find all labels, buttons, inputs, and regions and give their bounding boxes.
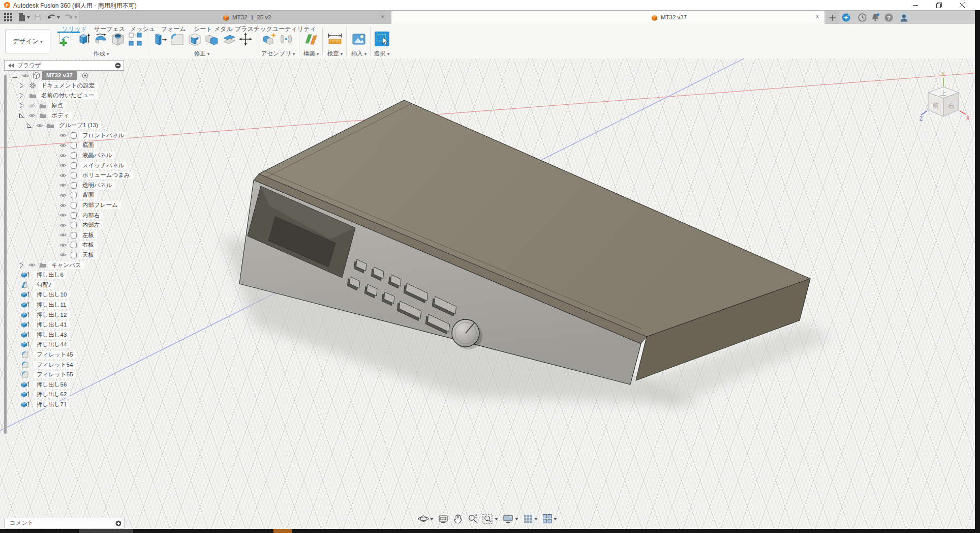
tree-node[interactable]: 左板 (0, 230, 152, 241)
restore-button[interactable] (927, 0, 951, 10)
group-label-create[interactable]: 作成 (94, 50, 109, 57)
tree-node-label[interactable]: 内部右 (79, 212, 103, 219)
view-cube[interactable]: Y 上 前 右 Z X (919, 70, 972, 127)
tree-node[interactable]: 内部フレーム (0, 200, 152, 211)
look-at-tool[interactable] (438, 514, 448, 524)
panel-minus-icon[interactable] (115, 63, 121, 69)
new-component-icon[interactable] (261, 32, 277, 47)
pattern-icon[interactable] (128, 32, 143, 47)
help-icon[interactable]: ? (884, 13, 893, 24)
tree-node[interactable]: MT32 v37 (0, 71, 152, 81)
feature-label[interactable]: 押し出し44 (34, 341, 70, 348)
group-label-assemble[interactable]: アセンブリ (261, 50, 295, 57)
feature-label[interactable]: 押し出し10 (34, 291, 70, 299)
tree-node-label[interactable]: 原点 (48, 102, 66, 109)
visibility-eye-icon[interactable] (58, 133, 68, 138)
visibility-eye-icon[interactable] (20, 73, 30, 78)
feature-item[interactable]: 押し出し71 (0, 400, 152, 410)
tree-node[interactable]: ボディ (0, 110, 152, 121)
document-tab-label[interactable]: MT32_1_25 v2 (232, 14, 271, 20)
tree-node[interactable]: 右板 (0, 240, 152, 250)
tree-node-label[interactable]: 液晶パネル (79, 152, 115, 159)
visibility-eye-icon[interactable] (58, 223, 68, 228)
feature-label[interactable]: 押し出し41 (34, 321, 70, 329)
create-sketch-icon[interactable] (58, 32, 74, 47)
tree-node-label[interactable]: ドキュメントの設定 (38, 82, 98, 90)
feature-label[interactable]: フィレット54 (34, 361, 76, 369)
tree-node-label[interactable]: 天板 (79, 251, 97, 259)
feature-label[interactable]: 押し出し56 (34, 381, 70, 389)
tree-node[interactable]: ボリュームつまみ (0, 170, 152, 181)
feature-label[interactable]: 押し出し62 (34, 391, 70, 398)
3d-viewport[interactable]: ブラウザ MT32 v37ドキュメントの設定名前の付いたビュー原点ボディグループ… (0, 58, 975, 529)
feature-label[interactable]: 勾配7 (34, 281, 54, 289)
select-tool-icon[interactable] (375, 32, 389, 46)
tree-node-label[interactable]: 右板 (79, 241, 97, 249)
expand-arrow-icon[interactable] (16, 83, 27, 88)
redo-icon[interactable] (64, 12, 78, 22)
hole-icon[interactable] (110, 32, 126, 47)
tree-node-label[interactable]: ボディ (48, 112, 72, 120)
feature-label[interactable]: フィレット45 (34, 351, 76, 359)
group-label-construct[interactable]: 構築 (303, 50, 319, 57)
save-icon[interactable] (34, 12, 42, 22)
tree-node-label[interactable]: キャンバス (48, 261, 84, 269)
viewports-tool[interactable] (542, 514, 557, 524)
visibility-eye-icon[interactable] (27, 262, 37, 268)
document-tab-inactive[interactable]: MT32_1_25 v2 × (79, 11, 391, 24)
group-label-inspect[interactable]: 検査 (327, 50, 343, 57)
construct-plane-icon[interactable] (303, 32, 319, 47)
feature-item[interactable]: 押し出し44 (0, 340, 152, 350)
tree-node[interactable]: 透明パネル (0, 181, 152, 191)
fillet-icon[interactable] (170, 32, 185, 47)
tree-node[interactable]: グループ1 (13) (0, 121, 152, 131)
tree-node[interactable]: 底面 (0, 140, 152, 151)
feature-label[interactable]: 押し出し11 (34, 301, 69, 309)
tree-node[interactable]: 天板 (0, 250, 152, 260)
tree-node-label[interactable]: 内部フレーム (79, 201, 121, 209)
document-tab-active[interactable]: MT32 v37 × (391, 11, 824, 24)
job-status-clock-icon[interactable] (858, 13, 867, 24)
feature-item[interactable]: 押し出し10 (0, 290, 152, 300)
tree-node[interactable]: スイッチパネル (0, 160, 152, 170)
tree-node[interactable]: ドキュメントの設定 (0, 81, 152, 91)
feature-label[interactable]: フィレット55 (34, 371, 76, 378)
orbit-tool[interactable] (418, 514, 434, 524)
tree-node[interactable]: キャンバス (0, 260, 152, 270)
tree-node-label[interactable]: MT32 v37 (42, 71, 77, 80)
insert-image-icon[interactable] (351, 32, 366, 47)
feature-item[interactable]: 押し出し62 (0, 390, 152, 400)
visibility-eye-icon[interactable] (58, 153, 68, 158)
undo-icon[interactable] (47, 12, 61, 22)
tree-node[interactable]: 内部左 (0, 220, 152, 230)
expand-arrow-icon[interactable] (16, 113, 27, 119)
minimize-button[interactable] (904, 0, 927, 10)
design-workspace-menu[interactable]: デザイン (5, 29, 50, 53)
visibility-eye-icon[interactable] (58, 183, 68, 188)
feature-label[interactable]: 押し出し43 (34, 331, 70, 339)
visibility-eye-off-icon[interactable] (27, 103, 37, 108)
feature-item[interactable]: 勾配7 (0, 280, 152, 290)
tree-node[interactable]: 内部右 (0, 210, 152, 220)
visibility-eye-icon[interactable] (58, 252, 68, 257)
visibility-eye-icon[interactable] (27, 113, 37, 118)
feature-item[interactable]: 押し出し11 (0, 300, 152, 310)
document-tab-label[interactable]: MT32 v37 (661, 14, 687, 20)
tree-node[interactable]: 液晶パネル (0, 151, 152, 161)
browser-panel-header[interactable]: ブラウザ (4, 60, 124, 71)
tree-node[interactable]: フロントパネル (0, 131, 152, 141)
expand-arrow-icon[interactable] (16, 262, 27, 268)
visibility-eye-icon[interactable] (58, 193, 68, 198)
feature-item[interactable]: フィレット54 (0, 360, 152, 370)
close-tab-icon[interactable]: × (379, 13, 387, 20)
zoom-tool[interactable] (468, 514, 478, 524)
close-window-button[interactable] (951, 0, 974, 10)
tree-node-label[interactable]: 名前の付いたビュー (38, 92, 98, 99)
feature-label[interactable]: 押し出し12 (34, 311, 70, 319)
visibility-eye-icon[interactable] (58, 173, 68, 178)
notifications-bell-icon[interactable] (871, 13, 880, 24)
visibility-eye-icon[interactable] (58, 163, 68, 168)
feature-label[interactable]: 押し出し6 (34, 271, 67, 279)
tree-node-label[interactable]: 透明パネル (79, 182, 115, 189)
new-tab-button[interactable] (826, 11, 839, 24)
